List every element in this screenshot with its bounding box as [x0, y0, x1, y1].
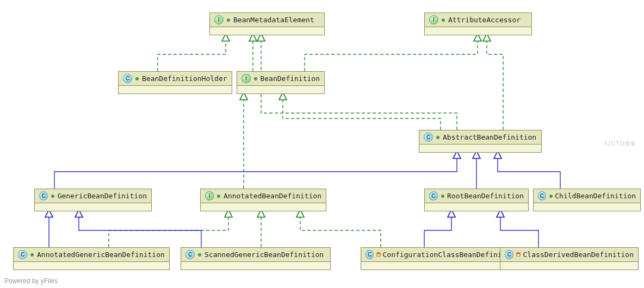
- class-icon: C: [429, 191, 438, 201]
- node-body: [181, 262, 330, 270]
- edge-ScannedGenericBeanDefinition-to-GenericBeanDefinition: [79, 210, 201, 247]
- public-icon: [50, 193, 55, 199]
- uml-node-ClassDerivedBeanDefinition[interactable]: CClassDerivedBeanDefinition: [500, 247, 639, 270]
- node-body: [201, 203, 326, 211]
- node-title: AttributeAccessor: [448, 16, 521, 24]
- node-body: [35, 203, 151, 211]
- node-title: BeanMetadataElement: [233, 16, 314, 24]
- node-title: AnnotatedBeanDefinition: [224, 192, 321, 200]
- node-title: AbstractBeanDefinition: [443, 133, 536, 141]
- uml-node-ChildBeanDefinition[interactable]: CChildBeanDefinition: [533, 189, 641, 211]
- uml-node-AnnotatedGenericBeanDefinition[interactable]: CAnnotatedGenericBeanDefinition: [13, 247, 170, 270]
- public-icon: [226, 17, 231, 23]
- uml-node-BeanDefinitionHolder[interactable]: CBeanDefinitionHolder: [118, 71, 232, 94]
- interface-icon: I: [214, 15, 224, 24]
- interface-icon: I: [242, 74, 251, 83]
- node-title: ScannedGenericBeanDefinition: [205, 251, 324, 259]
- node-body: [237, 86, 324, 93]
- node-body: [14, 262, 169, 270]
- lock-icon: [516, 252, 521, 258]
- node-title: ClassDerivedBeanDefinition: [523, 251, 634, 259]
- node-title: AnnotatedGenericBeanDefinition: [37, 251, 165, 259]
- class-icon: C: [185, 250, 195, 259]
- edge-AnnotatedGenericBeanDefinition-to-AnnotatedBeanDefinition: [109, 210, 228, 247]
- public-icon: [216, 193, 221, 199]
- attribution-text: Powered by yFiles: [4, 277, 58, 285]
- node-title: GenericBeanDefinition: [58, 192, 147, 200]
- edge-AbstractBeanDefinition-to-AttributeAccessor: [487, 34, 503, 130]
- node-title: ChildBeanDefinition: [555, 192, 636, 200]
- class-icon: C: [538, 191, 546, 201]
- uml-node-GenericBeanDefinition[interactable]: CGenericBeanDefinition: [34, 189, 152, 211]
- edge-BeanDefinition-to-AttributeAccessor: [305, 34, 478, 71]
- edge-GenericBeanDefinition-to-AbstractBeanDefinition: [54, 152, 457, 189]
- node-title: BeanDefinition: [260, 74, 320, 83]
- watermark-text: 51CTO博客: [604, 140, 636, 148]
- uml-node-AnnotatedBeanDefinition[interactable]: IAnnotatedBeanDefinition: [200, 189, 326, 211]
- edge-ClassDerivedBeanDefinition-to-RootBeanDefinition: [500, 210, 538, 247]
- node-title: BeanDefinitionHolder: [142, 74, 227, 83]
- edge-ChildBeanDefinition-to-AbstractBeanDefinition: [498, 152, 560, 189]
- node-title: RootBeanDefinition: [447, 192, 524, 200]
- class-icon: C: [39, 191, 48, 201]
- node-body: [425, 203, 528, 211]
- node-body: [419, 145, 541, 152]
- uml-node-ScannedGenericBeanDefinition[interactable]: CScannedGenericBeanDefinition: [181, 247, 331, 270]
- class-icon: C: [505, 250, 513, 259]
- uml-node-ConfigurationClassBeanDefinition[interactable]: CConfigurationClassBeanDefinition: [361, 247, 524, 270]
- node-body: [425, 27, 531, 35]
- node-body: [361, 262, 523, 270]
- uml-node-RootBeanDefinition[interactable]: CRootBeanDefinition: [424, 189, 529, 211]
- public-icon: [253, 76, 258, 82]
- node-body: [210, 27, 324, 35]
- public-icon: [548, 193, 553, 199]
- public-icon: [29, 252, 35, 258]
- public-icon: [435, 135, 441, 140]
- node-body: [500, 262, 638, 270]
- uml-node-BeanDefinition[interactable]: IBeanDefinition: [237, 71, 325, 94]
- uml-node-AttributeAccessor[interactable]: IAttributeAccessor: [424, 12, 532, 35]
- edge-ConfigurationClassBeanDefinition-to-AnnotatedBeanDefinition: [300, 210, 381, 247]
- node-body: [534, 203, 640, 211]
- class-icon: C: [123, 74, 132, 83]
- public-icon: [440, 193, 445, 199]
- interface-icon: I: [429, 15, 438, 24]
- node-title: ConfigurationClassBeanDefinition: [383, 251, 519, 259]
- public-icon: [197, 252, 202, 258]
- public-icon: [441, 17, 446, 23]
- class-icon: C: [424, 133, 433, 142]
- uml-node-AbstractBeanDefinition[interactable]: CAbstractBeanDefinition: [419, 130, 542, 153]
- node-body: [119, 86, 232, 93]
- interface-icon: I: [205, 191, 214, 201]
- class-icon: C: [366, 250, 374, 259]
- edge-BeanDefinitionHolder-to-BeanMetadataElement: [158, 34, 226, 71]
- edge-layer: [0, 0, 644, 288]
- lock-icon: [376, 252, 381, 258]
- uml-node-BeanMetadataElement[interactable]: IBeanMetadataElement: [209, 12, 325, 35]
- public-icon: [134, 76, 140, 82]
- class-icon: C: [18, 250, 27, 259]
- edge-AbstractBeanDefinition-to-BeanDefinition: [283, 93, 441, 130]
- edge-ConfigurationClassBeanDefinition-to-RootBeanDefinition: [424, 210, 451, 247]
